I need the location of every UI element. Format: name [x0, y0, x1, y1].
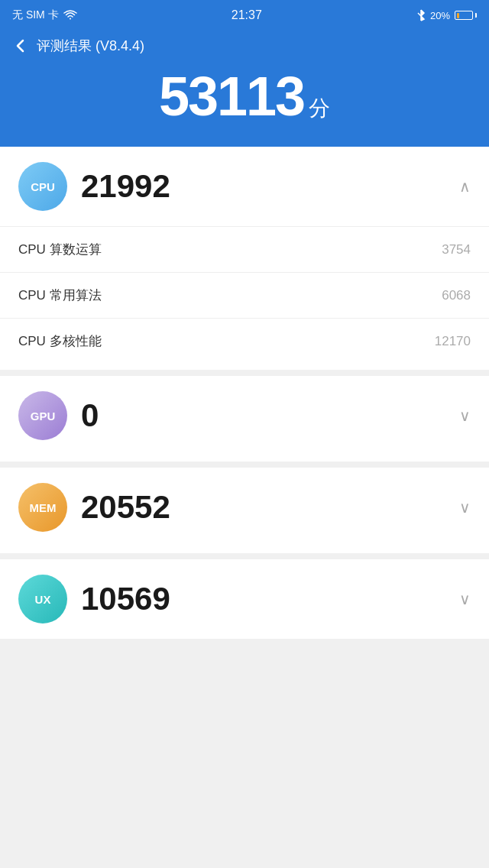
chevron-gpu: ∨ [459, 406, 471, 425]
bluetooth-icon [416, 9, 426, 21]
category-row-cpu[interactable]: CPU21992∧ [0, 147, 489, 226]
header-nav: 评测结果 (V8.4.4) [12, 37, 477, 55]
category-row-gpu[interactable]: GPU0∨ [0, 376, 489, 455]
sub-row-cpu-0: CPU 算数运算3754 [0, 227, 489, 273]
score-unit: 分 [309, 96, 330, 120]
section-divider [0, 553, 489, 559]
total-score: 53113 [159, 66, 304, 127]
badge-cpu: CPU [18, 162, 67, 211]
sub-row-cpu-1: CPU 常用算法6068 [0, 273, 489, 319]
score-container: 53113分 [12, 61, 477, 128]
section-mem: MEM20552∨ [0, 468, 489, 547]
section-gpu: GPU0∨ [0, 376, 489, 455]
carrier-label: 无 SIM 卡 [12, 8, 59, 22]
main-content: CPU21992∧CPU 算数运算3754CPU 常用算法6068CPU 多核性… [0, 147, 489, 639]
chevron-mem: ∨ [459, 498, 471, 517]
sub-label-cpu-2: CPU 多核性能 [18, 332, 102, 350]
chevron-cpu: ∧ [459, 177, 471, 196]
sub-value-cpu-2: 12170 [435, 334, 471, 349]
sub-rows-cpu: CPU 算数运算3754CPU 常用算法6068CPU 多核性能12170 [0, 226, 489, 364]
sub-label-cpu-1: CPU 常用算法 [18, 287, 102, 304]
header: 评测结果 (V8.4.4) 53113分 [0, 31, 489, 147]
category-row-mem[interactable]: MEM20552∨ [0, 468, 489, 547]
sub-row-cpu-2: CPU 多核性能12170 [0, 319, 489, 364]
score-gpu: 0 [81, 397, 459, 434]
score-ux: 10569 [81, 581, 459, 617]
sub-value-cpu-1: 6068 [442, 288, 471, 303]
page-title: 评测结果 (V8.4.4) [37, 37, 144, 55]
section-divider [0, 370, 489, 376]
chevron-ux: ∨ [459, 590, 471, 608]
score-mem: 20552 [81, 489, 459, 526]
sub-value-cpu-0: 3754 [442, 242, 471, 257]
battery-indicator [455, 11, 477, 20]
score-cpu: 21992 [81, 168, 459, 205]
category-row-ux[interactable]: UX10569∨ [0, 559, 489, 639]
badge-ux: UX [18, 575, 67, 623]
badge-mem: MEM [18, 483, 67, 532]
battery-pct-label: 20% [430, 10, 450, 21]
status-left: 无 SIM 卡 [12, 8, 77, 22]
status-bar: 无 SIM 卡 21:37 20% [0, 0, 489, 31]
status-right: 20% [416, 9, 477, 21]
status-time: 21:37 [232, 8, 262, 22]
section-cpu: CPU21992∧CPU 算数运算3754CPU 常用算法6068CPU 多核性… [0, 147, 489, 364]
sub-label-cpu-0: CPU 算数运算 [18, 241, 102, 258]
section-divider [0, 462, 489, 468]
badge-gpu: GPU [18, 391, 67, 440]
wifi-icon [63, 10, 77, 21]
back-button[interactable] [12, 37, 29, 54]
section-ux: UX10569∨ [0, 559, 489, 639]
